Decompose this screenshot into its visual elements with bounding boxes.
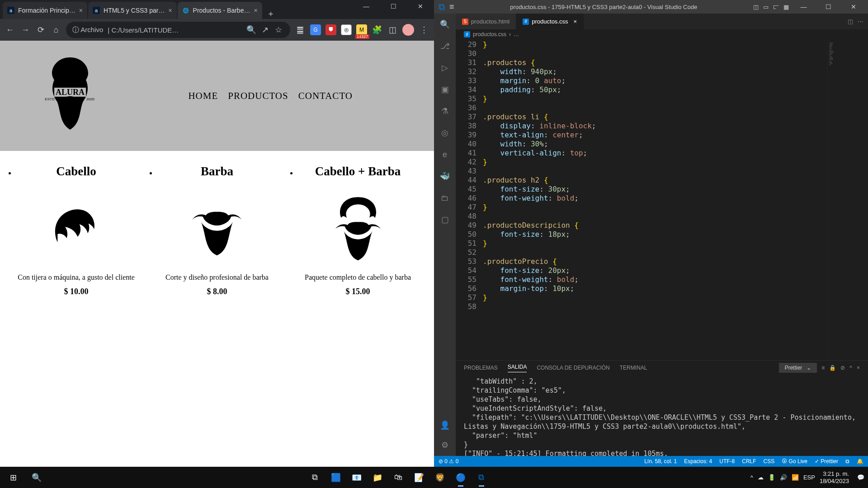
store-icon[interactable]: 🛍: [389, 469, 408, 487]
status-encoding[interactable]: UTF-8: [719, 458, 735, 465]
vscode-taskbar-icon[interactable]: ⧉: [472, 469, 491, 487]
output-content[interactable]: "tabWidth" : 2, "trailingComma": "es5", …: [456, 375, 868, 456]
new-tab-button[interactable]: ＋: [263, 8, 278, 19]
more-icon[interactable]: ⋯: [858, 18, 863, 25]
settings-gear-icon[interactable]: ⚙: [439, 439, 451, 451]
folder-icon[interactable]: 🗀: [439, 192, 451, 204]
layout-icon[interactable]: ▭: [763, 4, 769, 10]
layout-icon[interactable]: ⫍: [773, 4, 779, 10]
extension-icon[interactable]: ◎: [341, 24, 352, 35]
gmail-icon[interactable]: M: [356, 24, 367, 35]
source-control-icon[interactable]: ⎇: [439, 40, 451, 52]
panel-tab-terminal[interactable]: TERMINAL: [620, 365, 647, 371]
nav-productos[interactable]: PRODUCTOS: [228, 90, 288, 102]
close-icon[interactable]: ×: [79, 7, 83, 14]
output-channel-select[interactable]: Prettier ⌄: [779, 363, 817, 373]
hamburger-menu-icon[interactable]: ≡: [449, 2, 454, 12]
tray-volume-icon[interactable]: 🔊: [780, 474, 787, 481]
side-panel-icon[interactable]: ◫: [387, 24, 398, 35]
close-icon[interactable]: ×: [168, 7, 172, 14]
status-golive[interactable]: ⦿ Go Live: [782, 458, 807, 465]
browser-tab[interactable]: a HTML5 y CSS3 par… ×: [88, 2, 177, 19]
extensions-icon[interactable]: 🧩: [372, 24, 382, 35]
status-language[interactable]: CSS: [764, 458, 775, 465]
split-editor-icon[interactable]: ◫: [848, 18, 853, 25]
minimize-button[interactable]: —: [793, 0, 814, 14]
address-bar[interactable]: ⓘ Archivo | C:/Users/LATITUDE… 🔍 ↗ ☆: [66, 22, 290, 38]
ublock-icon[interactable]: ⛊: [326, 24, 336, 35]
brave-icon[interactable]: 🦁: [430, 469, 449, 487]
layout-icon[interactable]: ▦: [783, 4, 789, 10]
google-translate-icon[interactable]: G: [310, 24, 321, 35]
product-title: Cabello + Barba: [297, 164, 418, 178]
browser-tab[interactable]: a Formación Princip… ×: [3, 2, 87, 19]
start-button[interactable]: ⊞: [4, 469, 23, 487]
close-icon[interactable]: ×: [573, 18, 577, 25]
browser-tab-active[interactable]: 🌐 Productos - Barbe… ×: [178, 2, 262, 19]
code-editor[interactable]: 29 30 31 32 33 34 35 36 37 38 39 40 41 4…: [456, 39, 868, 360]
status-spaces[interactable]: Espacios: 4: [684, 458, 712, 465]
search-button[interactable]: 🔍: [27, 469, 46, 487]
maximize-button[interactable]: ☐: [818, 0, 839, 14]
tray-wifi-icon[interactable]: 📶: [792, 474, 799, 481]
status-prettier[interactable]: ✓ Prettier: [815, 458, 838, 465]
clock[interactable]: 3:21 p. m. 18/04/2023: [820, 470, 853, 485]
widgets-icon[interactable]: 🟦: [326, 469, 345, 487]
docker-icon[interactable]: 🐳: [439, 170, 451, 183]
close-icon[interactable]: ×: [254, 7, 257, 14]
taskview-icon[interactable]: ⧉: [306, 469, 325, 487]
live-share-icon[interactable]: ◎: [439, 127, 451, 139]
profile-avatar[interactable]: [402, 24, 414, 36]
panel-tab-problems[interactable]: PROBLEMAS: [464, 365, 498, 371]
status-position[interactable]: Lín. 58, col. 1: [644, 458, 677, 465]
share-icon[interactable]: ↗: [259, 24, 270, 35]
notifications-icon[interactable]: 💬: [857, 474, 864, 481]
status-eol[interactable]: CRLF: [742, 458, 756, 465]
editor-tab-active[interactable]: # productos.css ×: [516, 14, 584, 29]
tray-language[interactable]: ESP: [803, 474, 815, 481]
panel-filter-icon[interactable]: ≡: [821, 365, 825, 371]
bookmark-icon[interactable]: ☆: [273, 24, 284, 35]
minimize-button[interactable]: —: [353, 0, 380, 13]
panel-tab-debug[interactable]: CONSOLA DE DEPURACIÓN: [537, 365, 609, 371]
testing-icon[interactable]: ⚗: [439, 105, 451, 117]
close-button[interactable]: ✕: [407, 0, 434, 13]
reader-icon[interactable]: ䷀: [295, 24, 306, 35]
forward-button[interactable]: →: [20, 24, 31, 35]
code-content[interactable]: } .productos { width: 940px; margin: 0 a…: [483, 39, 827, 360]
account-icon[interactable]: 👤: [439, 419, 451, 432]
panel-close-icon[interactable]: ×: [857, 365, 860, 371]
word-icon[interactable]: 📝: [410, 469, 429, 487]
breadcrumb[interactable]: # productos.css › …: [456, 29, 868, 39]
nav-contacto[interactable]: CONTACTO: [298, 90, 353, 102]
terminal-icon[interactable]: ▢: [439, 213, 451, 226]
tray-onedrive-icon[interactable]: ☁: [758, 474, 764, 481]
status-errors[interactable]: ⊘ 0 ⚠ 0: [439, 458, 458, 465]
edge-icon[interactable]: e: [439, 148, 451, 161]
run-debug-icon[interactable]: ▷: [439, 61, 451, 74]
tray-chevron-icon[interactable]: ^: [750, 474, 753, 481]
explorer-icon[interactable]: 📁: [368, 469, 387, 487]
nav-home[interactable]: HOME: [188, 90, 218, 102]
close-button[interactable]: ✕: [843, 0, 863, 14]
editor-tab[interactable]: 5 productos.html: [456, 14, 516, 29]
maximize-button[interactable]: ☐: [380, 0, 407, 13]
kebab-menu-icon[interactable]: ⋮: [419, 24, 429, 35]
back-button[interactable]: ←: [5, 24, 15, 35]
search-icon[interactable]: 🔍: [246, 24, 257, 35]
panel-maximize-icon[interactable]: ^: [849, 365, 852, 371]
panel-lock-icon[interactable]: 🔒: [829, 365, 836, 371]
chrome-icon[interactable]: 🔵: [451, 469, 470, 487]
layout-icon[interactable]: ◫: [753, 4, 759, 10]
home-button[interactable]: ⌂: [51, 24, 61, 35]
tray-battery-icon[interactable]: 🔋: [768, 474, 775, 481]
panel-tab-output[interactable]: SALIDA: [508, 364, 527, 372]
panel-clear-icon[interactable]: ⊘: [840, 365, 845, 371]
reload-button[interactable]: ⟳: [35, 24, 46, 35]
outlook-icon[interactable]: 📧: [347, 469, 366, 487]
extensions-icon[interactable]: ▣: [439, 83, 451, 96]
explorer-search-icon[interactable]: 🔍: [439, 18, 451, 31]
status-bell-icon[interactable]: 🔔: [857, 458, 863, 465]
minimap[interactable]: ███ ██ █ ███ ██ ██ ███ █ ██ ██ ██████ █ …: [827, 39, 868, 360]
status-feedback-icon[interactable]: ⧉: [845, 458, 849, 465]
